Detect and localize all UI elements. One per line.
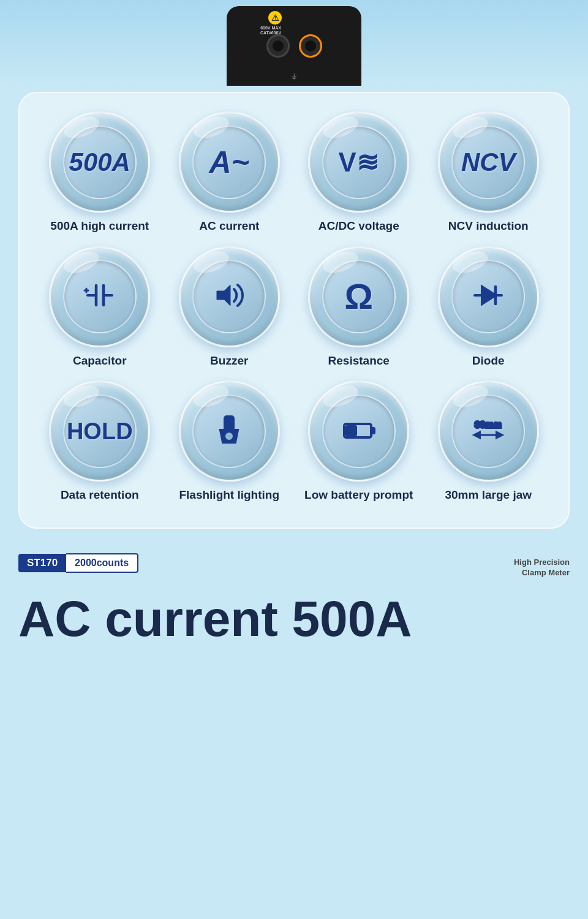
feature-acdc: V≋ AC/DC voltage — [297, 112, 421, 234]
feature-buzzer: Buzzer — [168, 246, 292, 369]
icon-circle-resistance: Ω — [308, 246, 409, 347]
icon-circle-30mm: 30mm — [438, 380, 539, 482]
symbol-resistance: Ω — [344, 279, 373, 314]
feature-hold: HOLD Data retention — [38, 380, 162, 503]
device-image: ⚠ 600V MAX CAT#600V ⏚ — [227, 6, 361, 86]
features-grid: 500A 500A high current A~ AC current V≋ — [26, 105, 562, 509]
icon-circle-hold: HOLD — [49, 380, 150, 482]
label-ncv: NCV induction — [448, 219, 529, 234]
label-30mm: 30mm large jaw — [445, 488, 532, 503]
battery-icon — [341, 412, 377, 451]
feature-resistance: Ω Resistance — [297, 246, 421, 369]
diode-icon — [470, 277, 507, 316]
label-ac: AC current — [199, 219, 259, 234]
label-acdc: AC/DC voltage — [318, 219, 399, 234]
label-hold: Data retention — [61, 488, 139, 503]
icon-circle-ac: A~ — [179, 112, 280, 213]
flashlight-icon — [211, 412, 247, 451]
probe-socket-left — [266, 34, 290, 58]
30mm-icon: 30mm — [470, 412, 507, 451]
svg-rect-11 — [225, 417, 233, 430]
feature-flashlight: Flashlight lighting — [168, 380, 292, 503]
svg-marker-19 — [497, 433, 502, 437]
top-section: ⚠ 600V MAX CAT#600V ⏚ — [0, 0, 588, 86]
label-capacitor: Capacitor — [73, 354, 127, 369]
icon-circle-battery — [308, 380, 409, 482]
precision-label: High Precision Clamp Meter — [514, 558, 570, 578]
symbol-ac: A~ — [209, 147, 249, 178]
label-flashlight: Flashlight lighting — [179, 488, 279, 503]
ground-symbol: ⏚ — [292, 71, 296, 81]
feature-500a: 500A 500A high current — [38, 112, 162, 234]
label-battery: Low battery prompt — [304, 488, 413, 503]
svg-marker-18 — [475, 433, 480, 437]
feature-30mm: 30mm 30mm large jaw — [427, 380, 551, 503]
capacitor-icon — [81, 277, 118, 316]
features-card: 500A 500A high current A~ AC current V≋ — [18, 92, 570, 529]
icon-circle-acdc: V≋ — [308, 112, 409, 213]
icon-circle-flashlight — [179, 380, 280, 482]
tag-st170: ST170 — [18, 554, 66, 572]
svg-point-12 — [225, 432, 233, 441]
svg-rect-15 — [347, 426, 356, 435]
symbol-hold: HOLD — [67, 420, 133, 443]
feature-battery: Low battery prompt — [297, 380, 421, 503]
symbol-500a: 500A — [69, 149, 130, 175]
svg-marker-8 — [482, 287, 496, 304]
label-buzzer: Buzzer — [210, 354, 248, 369]
probe-socket-right — [299, 34, 322, 58]
icon-circle-500a: 500A — [49, 112, 150, 213]
buzzer-icon — [211, 277, 247, 316]
icon-circle-buzzer — [179, 246, 280, 347]
label-500a: 500A high current — [50, 219, 149, 234]
product-tags: ST170 2000counts — [18, 553, 138, 573]
tag-counts: 2000counts — [66, 553, 138, 573]
svg-marker-6 — [217, 285, 230, 306]
feature-diode: Diode — [427, 246, 551, 369]
icon-circle-capacitor — [49, 246, 150, 347]
bottom-section: ST170 2000counts High Precision Clamp Me… — [0, 541, 588, 652]
feature-ac-current: A~ AC current — [168, 112, 292, 234]
feature-ncv: NCV NCV induction — [427, 112, 551, 234]
icon-circle-ncv: NCV — [438, 112, 539, 213]
warning-badge: ⚠ — [268, 11, 282, 25]
main-title: AC current 500A — [18, 591, 570, 646]
svg-rect-14 — [371, 428, 374, 433]
voltage-label: 600V MAX CAT#600V — [260, 26, 281, 36]
symbol-acdc: V≋ — [339, 149, 379, 176]
label-resistance: Resistance — [328, 354, 390, 369]
label-diode: Diode — [472, 354, 505, 369]
symbol-ncv: NCV — [461, 149, 516, 175]
icon-circle-diode — [438, 246, 539, 347]
svg-text:30mm: 30mm — [475, 419, 502, 429]
feature-capacitor: Capacitor — [38, 246, 162, 369]
